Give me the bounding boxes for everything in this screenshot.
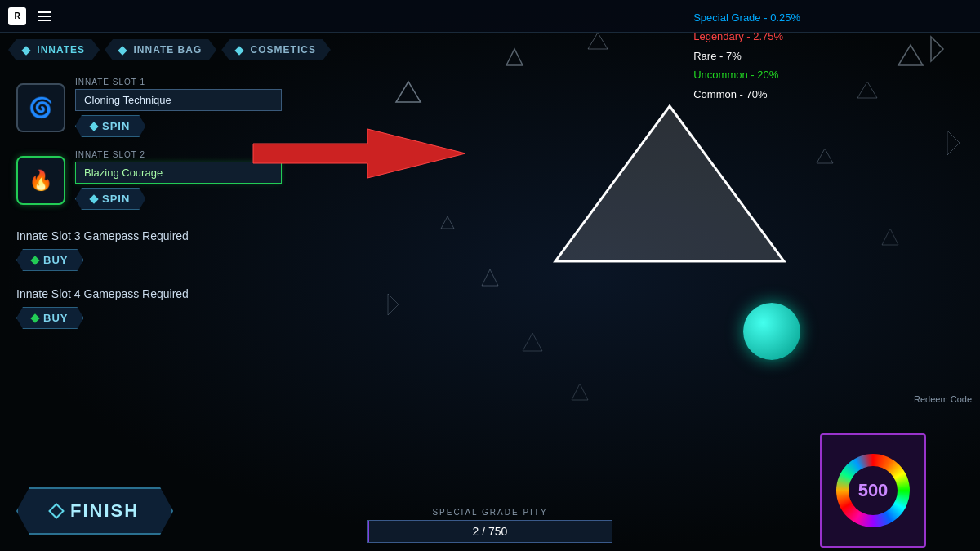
odds-rare: Rare - 7% <box>693 47 800 65</box>
buy-4-label: BUY <box>43 312 68 324</box>
pity-bar-fill <box>368 521 369 542</box>
spin-2-diamond <box>89 194 98 203</box>
buy-button-3[interactable]: BUY <box>16 249 83 271</box>
svg-marker-15 <box>947 131 960 155</box>
spin-counter-circle: 500 <box>836 454 910 527</box>
svg-marker-7 <box>392 145 412 163</box>
slot-1-name: Cloning Technique <box>75 89 282 111</box>
pity-bar: 2 / 750 <box>368 520 612 543</box>
spin-1-label: SPIN <box>102 120 130 132</box>
slot-2-icon-symbol: 🔥 <box>29 169 53 192</box>
pity-section: SPECIAL GRADE PITY 2 / 750 <box>368 508 612 543</box>
svg-marker-4 <box>588 33 608 49</box>
svg-marker-9 <box>482 269 498 286</box>
odds-common: Common - 70% <box>693 85 800 104</box>
svg-marker-12 <box>817 149 833 163</box>
odds-panel: Special Grade - 0.25% Legendary - 2.75% … <box>693 8 800 104</box>
finish-button[interactable]: FINISH <box>16 487 173 535</box>
spin-counter-value: 500 <box>849 466 898 515</box>
odds-uncommon: Uncommon - 20% <box>693 65 800 84</box>
slot-2-label: INNATE SLOT 2 <box>75 150 282 159</box>
gamepass-label-3: Innate Slot 3 Gamepass Required <box>16 229 282 242</box>
nav-tabs: INNATES INNATE BAG COSMETICS <box>0 33 344 67</box>
spin-counter: 500 <box>820 433 926 548</box>
slot-1-icon-symbol: 🌀 <box>29 96 53 119</box>
svg-marker-10 <box>523 333 542 351</box>
tab-innate-bag-label: INNATE BAG <box>133 44 202 56</box>
redeem-code-button[interactable]: Redeem Code <box>914 394 972 404</box>
bottom-right-panel: 500 <box>817 420 980 551</box>
left-panel: 🌀 INNATE SLOT 1 Cloning Technique SPIN 🔥… <box>0 69 298 551</box>
buy-button-4[interactable]: BUY <box>16 307 83 329</box>
buy-3-diamond <box>30 256 39 264</box>
innate-slot-2: 🔥 INNATE SLOT 2 Blazing Courage SPIN <box>16 150 282 210</box>
topbar: R <box>0 0 980 33</box>
pity-label: SPECIAL GRADE PITY <box>368 508 612 517</box>
spin-button-1[interactable]: SPIN <box>75 115 145 137</box>
svg-marker-14 <box>931 37 943 61</box>
svg-marker-11 <box>572 384 588 400</box>
tab-innate-bag-diamond <box>118 46 127 55</box>
slot-2-icon: 🔥 <box>16 156 65 205</box>
pity-value: 2 / 750 <box>473 525 508 538</box>
svg-marker-3 <box>506 49 523 65</box>
svg-marker-5 <box>898 45 923 65</box>
roblox-logo: R <box>8 7 26 25</box>
tab-innate-bag[interactable]: INNATE BAG <box>105 39 216 60</box>
svg-marker-1 <box>555 106 784 261</box>
spin-1-diamond <box>89 122 98 131</box>
finish-label: FINISH <box>70 500 139 522</box>
gamepass-section-4: Innate Slot 4 Gamepass Required BUY <box>16 287 282 329</box>
tab-innates-diamond <box>21 46 30 55</box>
spin-2-label: SPIN <box>102 193 130 205</box>
slot-1-icon: 🌀 <box>16 83 65 132</box>
svg-marker-16 <box>388 294 399 315</box>
svg-marker-13 <box>882 229 898 245</box>
svg-marker-6 <box>858 82 877 98</box>
tab-cosmetics[interactable]: COSMETICS <box>221 39 331 60</box>
tab-innates-label: INNATES <box>37 44 85 56</box>
tab-cosmetics-label: COSMETICS <box>251 44 316 56</box>
svg-marker-0 <box>555 106 784 261</box>
slot-2-name: Blazing Courage <box>75 162 282 184</box>
spin-button-2[interactable]: SPIN <box>75 188 145 210</box>
finish-diamond <box>48 503 65 519</box>
odds-special: Special Grade - 0.25% <box>693 8 800 27</box>
slot-1-controls: INNATE SLOT 1 Cloning Technique SPIN <box>75 78 282 137</box>
tab-innates[interactable]: INNATES <box>8 39 100 60</box>
slot-2-controls: INNATE SLOT 2 Blazing Courage SPIN <box>75 150 282 210</box>
innate-slot-1: 🌀 INNATE SLOT 1 Cloning Technique SPIN <box>16 78 282 137</box>
buy-4-diamond <box>30 313 39 322</box>
buy-3-label: BUY <box>43 254 68 266</box>
gamepass-label-4: Innate Slot 4 Gamepass Required <box>16 287 282 300</box>
gamepass-section-3: Innate Slot 3 Gamepass Required BUY <box>16 229 282 271</box>
svg-marker-2 <box>396 82 421 102</box>
teal-sphere <box>743 303 800 360</box>
odds-legendary: Legendary - 2.75% <box>693 27 800 46</box>
hamburger-menu[interactable] <box>34 8 54 24</box>
svg-marker-8 <box>441 216 454 229</box>
tab-cosmetics-diamond <box>235 46 244 55</box>
slot-1-label: INNATE SLOT 1 <box>75 78 282 87</box>
